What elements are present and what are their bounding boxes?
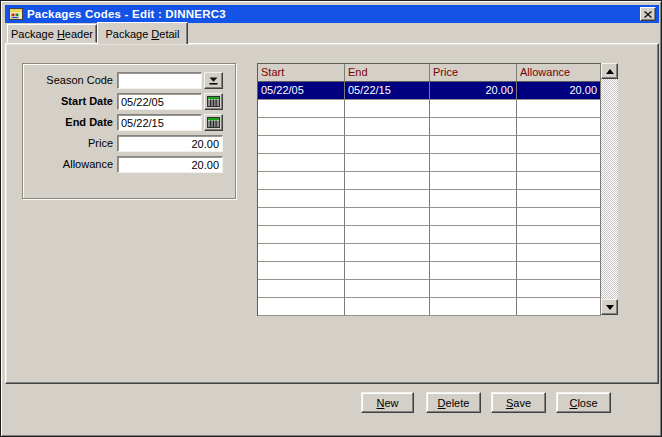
table-cell-empty[interactable] — [258, 172, 345, 190]
start-date-label: Start Date — [29, 93, 113, 110]
table-cell-empty[interactable] — [517, 226, 601, 244]
close-button[interactable] — [640, 7, 656, 21]
table-cell-empty[interactable] — [258, 154, 345, 172]
table-header-row: Start End Price Allowance — [258, 64, 601, 82]
table-cell-empty[interactable] — [345, 208, 430, 226]
cell-start[interactable]: 05/22/05 — [258, 82, 345, 100]
lov-down-arrow-icon — [209, 76, 218, 85]
scrollbar-track[interactable] — [601, 79, 618, 299]
calendar-icon — [207, 117, 220, 128]
table-cell-empty[interactable] — [258, 262, 345, 280]
table-cell-empty[interactable] — [517, 280, 601, 298]
table-cell-empty[interactable] — [517, 118, 601, 136]
table-cell-empty[interactable] — [258, 226, 345, 244]
table-row-empty[interactable] — [258, 190, 601, 208]
table-scrollbar[interactable] — [601, 63, 618, 315]
close-button-label: Close — [569, 397, 597, 409]
table-cell-empty[interactable] — [430, 100, 517, 118]
table-row-empty[interactable] — [258, 136, 601, 154]
table-cell-empty[interactable] — [430, 280, 517, 298]
table-cell-empty[interactable] — [345, 280, 430, 298]
end-date-calendar-button[interactable] — [204, 114, 223, 131]
table-row-empty[interactable] — [258, 262, 601, 280]
table-cell-empty[interactable] — [258, 280, 345, 298]
table-row-empty[interactable] — [258, 226, 601, 244]
table-row-empty[interactable] — [258, 298, 601, 316]
table-cell-empty[interactable] — [430, 244, 517, 262]
table-cell-empty[interactable] — [345, 262, 430, 280]
table-cell-empty[interactable] — [517, 208, 601, 226]
table-cell-empty[interactable] — [517, 136, 601, 154]
table-cell-empty[interactable] — [345, 190, 430, 208]
table-cell-empty[interactable] — [345, 100, 430, 118]
table-cell-empty[interactable] — [430, 262, 517, 280]
table-cell-empty[interactable] — [258, 118, 345, 136]
start-date-input[interactable] — [117, 93, 202, 110]
table-cell-empty[interactable] — [430, 118, 517, 136]
table-cell-empty[interactable] — [430, 226, 517, 244]
table-cell-empty[interactable] — [345, 244, 430, 262]
close-window-button[interactable]: Close — [556, 392, 611, 413]
table-cell-empty[interactable] — [258, 244, 345, 262]
allowance-label: Allowance — [29, 156, 113, 173]
table-cell-empty[interactable] — [345, 226, 430, 244]
table-cell-empty[interactable] — [345, 118, 430, 136]
table-row-empty[interactable] — [258, 172, 601, 190]
triangle-down-icon — [606, 305, 614, 310]
table-cell-empty[interactable] — [517, 172, 601, 190]
table-cell-empty[interactable] — [258, 190, 345, 208]
table-cell-empty[interactable] — [430, 154, 517, 172]
table-cell-empty[interactable] — [517, 298, 601, 316]
column-header-allowance: Allowance — [517, 64, 601, 82]
scroll-up-button[interactable] — [601, 63, 618, 79]
price-input[interactable] — [117, 135, 223, 152]
new-button[interactable]: New — [361, 392, 414, 413]
table-cell-empty[interactable] — [345, 154, 430, 172]
table-row-empty[interactable] — [258, 118, 601, 136]
cell-end[interactable]: 05/22/15 — [345, 82, 430, 100]
table-cell-empty[interactable] — [345, 172, 430, 190]
tab-package-header[interactable]: Package Header — [7, 24, 97, 43]
end-date-label: End Date — [29, 114, 113, 131]
table-cell-empty[interactable] — [517, 190, 601, 208]
table-cell-empty[interactable] — [430, 208, 517, 226]
table-cell-empty[interactable] — [517, 262, 601, 280]
table-cell-empty[interactable] — [430, 172, 517, 190]
scroll-down-button[interactable] — [601, 299, 618, 315]
table-cell-empty[interactable] — [345, 136, 430, 154]
delete-button[interactable]: Delete — [426, 392, 481, 413]
season-code-lov-button[interactable] — [204, 72, 223, 89]
season-code-input[interactable] — [117, 72, 202, 89]
table-row-empty[interactable] — [258, 100, 601, 118]
close-icon — [644, 11, 652, 18]
table-cell-empty[interactable] — [345, 298, 430, 316]
tab-label: Package Header — [11, 28, 93, 40]
allowance-input[interactable] — [117, 156, 223, 173]
tab-package-detail[interactable]: Package Detail — [97, 22, 188, 44]
title-bar: Packages Codes - Edit : DINNERC3 — [5, 5, 659, 23]
table-row-selected[interactable]: 05/22/05 05/22/15 20.00 20.00 — [258, 82, 601, 100]
table-cell-empty[interactable] — [258, 208, 345, 226]
price-label: Price — [29, 135, 113, 152]
column-header-price: Price — [430, 64, 517, 82]
end-date-input[interactable] — [117, 114, 202, 131]
save-button[interactable]: Save — [491, 392, 546, 413]
table-cell-empty[interactable] — [430, 190, 517, 208]
table-row-empty[interactable] — [258, 154, 601, 172]
table-cell-empty[interactable] — [517, 244, 601, 262]
table-cell-empty[interactable] — [430, 136, 517, 154]
table-cell-empty[interactable] — [517, 154, 601, 172]
table-row-empty[interactable] — [258, 280, 601, 298]
cell-allowance[interactable]: 20.00 — [517, 82, 601, 100]
table-cell-empty[interactable] — [258, 136, 345, 154]
table-row-empty[interactable] — [258, 208, 601, 226]
cell-price[interactable]: 20.00 — [430, 82, 517, 100]
table-cell-empty[interactable] — [430, 298, 517, 316]
start-date-calendar-button[interactable] — [204, 93, 223, 110]
table-row-empty[interactable] — [258, 244, 601, 262]
table-cell-empty[interactable] — [517, 100, 601, 118]
calendar-icon — [207, 96, 220, 107]
table-cell-empty[interactable] — [258, 100, 345, 118]
column-header-start: Start — [258, 64, 345, 82]
table-cell-empty[interactable] — [258, 298, 345, 316]
